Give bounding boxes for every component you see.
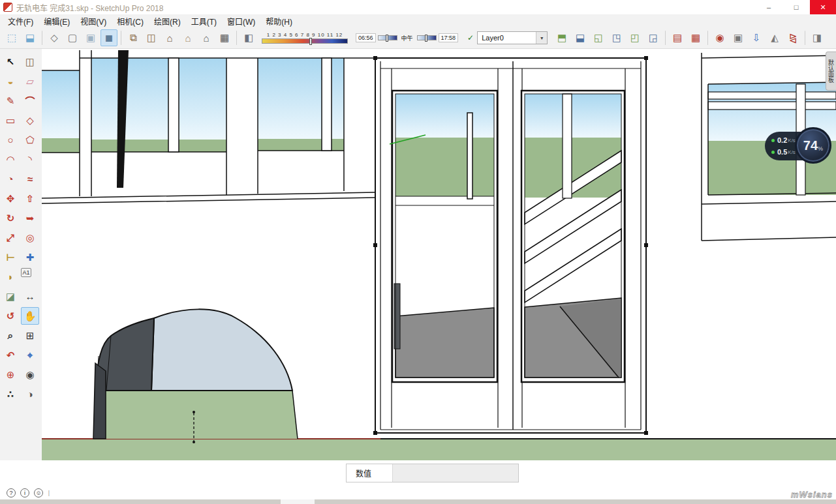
chevron-down-icon[interactable]: ▼ [536,32,547,44]
back-edges-icon[interactable]: ⬓ [22,29,39,46]
arc-tool[interactable]: ⌒ [21,92,39,110]
scale-tool[interactable]: ⤢ [1,229,20,246]
make-component-icon[interactable]: ◫ [21,53,39,70]
split-icon[interactable]: ◲ [645,29,662,46]
hidden-line-icon[interactable]: ▢ [64,29,81,46]
subtract-icon[interactable]: ◳ [608,29,625,46]
menu-draw[interactable]: 绘图(R) [149,14,186,28]
toolbar-separator[interactable] [665,31,666,45]
taskbar-segment[interactable] [281,499,315,504]
menu-camera[interactable]: 相机(C) [112,14,149,28]
shadow-time-thumb-2[interactable] [425,35,427,42]
menu-help[interactable]: 帮助(H) [260,14,298,28]
rectangle-tool[interactable]: ▭ [1,111,20,129]
zoom-tool[interactable]: ⌕ [1,327,20,344]
freehand-tool[interactable]: ≈ [21,170,39,188]
geolocate-icon[interactable]: i [20,488,29,497]
menu-file[interactable]: 文件(F) [3,14,39,28]
menu-tools[interactable]: 工具(T) [186,14,222,28]
shaded-icon[interactable]: ▣ [82,29,99,46]
orbit-tool[interactable]: ↺ [1,307,20,325]
accelerator-badge[interactable]: 74 % [795,127,831,164]
share-component-icon[interactable]: ◫ [143,29,160,46]
home-icon[interactable]: ⌂ [161,29,178,46]
section-plane-tool[interactable]: ◪ [1,288,20,305]
walk-tool[interactable]: ∴ [1,385,20,403]
wireframe-icon[interactable]: ◇ [46,29,63,46]
toolbar-separator[interactable] [236,31,237,45]
zoom-previous-tool[interactable]: ↶ [1,346,20,364]
zoom-window-tool[interactable]: ⊞ [21,327,39,344]
drape-icon[interactable]: ⇩ [748,29,765,46]
three-point-arc-tool[interactable]: ◝ [21,151,39,168]
move-tool[interactable]: ✥ [1,190,20,207]
stamp-icon[interactable]: ▣ [730,29,747,46]
line-tool[interactable]: ✎ [1,92,20,110]
help-icon[interactable]: ? [7,488,16,497]
from-contours-icon[interactable]: ▤ [669,29,686,46]
menu-edit[interactable]: 编辑(E) [39,14,75,28]
axes-tool[interactable]: ✚ [21,248,39,266]
default-tray-tab[interactable]: 默认面板 [826,52,836,91]
select-tool[interactable]: ↖ [1,53,20,70]
look-around-tool[interactable]: ◉ [21,366,39,383]
rotate-tool[interactable]: ↻ [1,209,20,227]
toolbar-separator[interactable] [121,31,121,45]
shadow-time-track-am[interactable] [378,35,397,40]
xray-mode-icon[interactable]: ⬚ [3,29,20,46]
smoove-icon[interactable]: ◉ [711,29,728,46]
outer-shell-icon[interactable]: ⬒ [553,29,570,46]
minimize-button[interactable]: – [755,0,782,14]
offset-tool[interactable]: ◎ [21,229,39,246]
protractor-tool[interactable]: ◗ [1,268,20,286]
warehouse-icon[interactable]: ⌂ [179,29,196,46]
close-button[interactable]: ✕ [810,0,836,14]
paint-bucket-tool[interactable]: ◒ [1,72,20,90]
taskbar-edge[interactable] [0,499,836,504]
menu-view[interactable]: 视图(V) [75,14,112,28]
zoom-extents-tool[interactable]: ⌖ [21,346,39,364]
pie-tool[interactable]: ◔ [1,170,20,188]
ground-plane[interactable] [42,439,836,460]
dimension-tool[interactable]: ↔ [21,288,39,305]
polygon-tool[interactable]: ⬠ [21,131,39,149]
trim-icon[interactable]: ◰ [627,29,643,46]
pan-tool[interactable]: ✋ [21,307,39,325]
field-of-view-icon[interactable]: ◑ [21,385,39,403]
position-camera-tool[interactable]: ⊕ [1,366,20,383]
from-scratch-icon[interactable]: ▦ [687,29,704,46]
push-pull-tool[interactable]: ⇧ [21,190,39,207]
layer-dropdown[interactable]: Layer0 ▼ [477,31,548,44]
extension-warehouse-icon[interactable]: ⌂ [198,29,215,46]
toolbar-separator[interactable] [707,31,708,45]
door-assembly[interactable] [373,56,648,435]
add-detail-icon[interactable]: ◭ [766,29,783,46]
text-tool[interactable]: A1 [21,268,31,277]
toolbar-separator[interactable] [805,31,805,45]
intersect-icon[interactable]: ⬓ [572,29,589,46]
share-model-icon[interactable]: ⧉ [125,29,142,46]
menu-window[interactable]: 窗口(W) [222,14,260,28]
union-icon[interactable]: ◱ [590,29,607,46]
wheel-arch[interactable] [93,309,298,443]
shadow-time-track-pm[interactable] [417,35,437,40]
toolbar-separator[interactable] [42,31,42,45]
section-display-icon[interactable]: ◨ [809,29,826,46]
circle-tool[interactable]: ○ [1,131,20,149]
left-window-wall[interactable] [42,50,375,203]
shadow-time-thumb[interactable] [386,35,388,42]
model-viewport[interactable]: 默认面板 0.2 K/s 0.5 K/s 74 % [42,49,836,460]
shadow-toggle-icon[interactable]: ◧ [240,29,257,46]
maximize-button[interactable]: □ [782,0,810,14]
component-grid-icon[interactable]: ▦ [216,29,233,46]
eraser-tool[interactable]: ▱ [21,72,39,90]
rotated-rectangle-tool[interactable]: ◇ [21,111,39,129]
follow-me-tool[interactable]: ➥ [21,209,39,227]
flip-edge-icon[interactable]: ⧎ [784,29,801,46]
account-icon[interactable]: ☺ [34,488,43,497]
measurements-input[interactable] [392,464,518,482]
shaded-with-textures-icon[interactable]: ◼ [101,29,117,46]
shadow-date-track[interactable] [262,38,348,44]
two-point-arc-tool[interactable]: ◠ [1,151,20,168]
shadow-date-thumb[interactable] [309,38,312,45]
